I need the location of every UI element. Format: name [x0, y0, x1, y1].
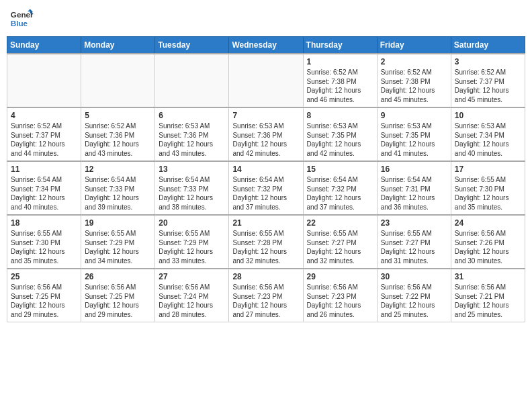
day-of-week-header: Wednesday — [229, 37, 303, 54]
day-number: 21 — [232, 218, 299, 228]
calendar-cell: 22Sunrise: 6:55 AM Sunset: 7:27 PM Dayli… — [303, 215, 377, 269]
day-of-week-header: Tuesday — [155, 37, 229, 54]
day-number: 14 — [232, 165, 299, 174]
day-number: 10 — [455, 111, 521, 120]
calendar-cell: 7Sunrise: 6:53 AM Sunset: 7:36 PM Daylig… — [229, 107, 303, 161]
day-info: Sunrise: 6:56 AM Sunset: 7:25 PM Dayligh… — [85, 283, 151, 319]
logo: General Blue — [9, 7, 34, 31]
calendar-cell: 10Sunrise: 6:53 AM Sunset: 7:34 PM Dayli… — [451, 107, 525, 161]
day-number: 12 — [85, 165, 151, 174]
calendar-cell: 12Sunrise: 6:54 AM Sunset: 7:33 PM Dayli… — [81, 161, 155, 215]
day-info: Sunrise: 6:55 AM Sunset: 7:27 PM Dayligh… — [307, 229, 373, 265]
day-number: 22 — [307, 218, 373, 228]
day-number: 4 — [11, 111, 77, 120]
calendar-cell — [155, 54, 229, 107]
day-of-week-header: Saturday — [451, 37, 525, 54]
calendar-cell: 31Sunrise: 6:56 AM Sunset: 7:21 PM Dayli… — [451, 269, 525, 322]
day-info: Sunrise: 6:53 AM Sunset: 7:36 PM Dayligh… — [232, 122, 299, 158]
calendar-cell: 16Sunrise: 6:54 AM Sunset: 7:31 PM Dayli… — [377, 161, 451, 215]
day-number: 17 — [455, 165, 521, 174]
day-info: Sunrise: 6:54 AM Sunset: 7:34 PM Dayligh… — [11, 175, 77, 212]
day-info: Sunrise: 6:55 AM Sunset: 7:29 PM Dayligh… — [85, 229, 151, 265]
day-info: Sunrise: 6:52 AM Sunset: 7:36 PM Dayligh… — [85, 122, 151, 158]
calendar-cell: 9Sunrise: 6:53 AM Sunset: 7:35 PM Daylig… — [377, 107, 451, 161]
day-info: Sunrise: 6:54 AM Sunset: 7:33 PM Dayligh… — [159, 175, 225, 212]
calendar-cell — [7, 54, 81, 107]
day-number: 28 — [232, 272, 299, 281]
day-number: 18 — [11, 218, 77, 228]
day-number: 24 — [455, 218, 521, 228]
day-number: 31 — [455, 272, 521, 281]
day-info: Sunrise: 6:56 AM Sunset: 7:26 PM Dayligh… — [455, 229, 521, 265]
calendar-cell: 24Sunrise: 6:56 AM Sunset: 7:26 PM Dayli… — [451, 215, 525, 269]
calendar-cell: 2Sunrise: 6:52 AM Sunset: 7:38 PM Daylig… — [377, 54, 451, 107]
calendar-cell: 27Sunrise: 6:56 AM Sunset: 7:24 PM Dayli… — [155, 269, 229, 322]
day-number: 19 — [85, 218, 151, 228]
week-row: 11Sunrise: 6:54 AM Sunset: 7:34 PM Dayli… — [7, 161, 525, 215]
day-number: 11 — [11, 165, 77, 174]
day-of-week-header: Friday — [377, 37, 451, 54]
day-info: Sunrise: 6:55 AM Sunset: 7:30 PM Dayligh… — [455, 175, 521, 212]
calendar-cell: 26Sunrise: 6:56 AM Sunset: 7:25 PM Dayli… — [81, 269, 155, 322]
calendar-cell: 11Sunrise: 6:54 AM Sunset: 7:34 PM Dayli… — [7, 161, 81, 215]
day-number: 13 — [159, 165, 225, 174]
calendar-cell: 4Sunrise: 6:52 AM Sunset: 7:37 PM Daylig… — [7, 107, 81, 161]
day-info: Sunrise: 6:54 AM Sunset: 7:31 PM Dayligh… — [381, 175, 447, 212]
calendar-cell — [81, 54, 155, 107]
day-number: 20 — [159, 218, 225, 228]
calendar-cell: 29Sunrise: 6:56 AM Sunset: 7:23 PM Dayli… — [303, 269, 377, 322]
day-info: Sunrise: 6:53 AM Sunset: 7:34 PM Dayligh… — [455, 122, 521, 158]
day-info: Sunrise: 6:53 AM Sunset: 7:35 PM Dayligh… — [381, 122, 447, 158]
calendar-cell: 6Sunrise: 6:53 AM Sunset: 7:36 PM Daylig… — [155, 107, 229, 161]
page-header: General Blue — [7, 7, 525, 31]
day-info: Sunrise: 6:53 AM Sunset: 7:36 PM Dayligh… — [159, 122, 225, 158]
day-info: Sunrise: 6:55 AM Sunset: 7:27 PM Dayligh… — [381, 229, 447, 265]
day-number: 5 — [85, 111, 151, 120]
calendar-cell: 21Sunrise: 6:55 AM Sunset: 7:28 PM Dayli… — [229, 215, 303, 269]
day-number: 29 — [307, 272, 373, 281]
week-row: 4Sunrise: 6:52 AM Sunset: 7:37 PM Daylig… — [7, 107, 525, 161]
day-info: Sunrise: 6:55 AM Sunset: 7:28 PM Dayligh… — [232, 229, 299, 265]
calendar-cell — [229, 54, 303, 107]
day-info: Sunrise: 6:56 AM Sunset: 7:22 PM Dayligh… — [381, 283, 447, 319]
day-info: Sunrise: 6:53 AM Sunset: 7:35 PM Dayligh… — [307, 122, 373, 158]
day-number: 15 — [307, 165, 373, 174]
calendar-cell: 5Sunrise: 6:52 AM Sunset: 7:36 PM Daylig… — [81, 107, 155, 161]
calendar-cell: 3Sunrise: 6:52 AM Sunset: 7:37 PM Daylig… — [451, 54, 525, 107]
day-info: Sunrise: 6:56 AM Sunset: 7:23 PM Dayligh… — [307, 283, 373, 319]
day-number: 30 — [381, 272, 447, 281]
day-number: 25 — [11, 272, 77, 281]
calendar-table: SundayMondayTuesdayWednesdayThursdayFrid… — [7, 36, 525, 322]
day-number: 7 — [232, 111, 299, 120]
day-number: 27 — [159, 272, 225, 281]
day-number: 26 — [85, 272, 151, 281]
day-header-row: SundayMondayTuesdayWednesdayThursdayFrid… — [7, 37, 525, 54]
day-info: Sunrise: 6:52 AM Sunset: 7:38 PM Dayligh… — [381, 68, 447, 104]
calendar-cell: 25Sunrise: 6:56 AM Sunset: 7:25 PM Dayli… — [7, 269, 81, 322]
day-number: 23 — [381, 218, 447, 228]
day-info: Sunrise: 6:54 AM Sunset: 7:33 PM Dayligh… — [85, 175, 151, 212]
day-of-week-header: Sunday — [7, 37, 81, 54]
day-info: Sunrise: 6:55 AM Sunset: 7:29 PM Dayligh… — [159, 229, 225, 265]
calendar-cell: 8Sunrise: 6:53 AM Sunset: 7:35 PM Daylig… — [303, 107, 377, 161]
week-row: 1Sunrise: 6:52 AM Sunset: 7:38 PM Daylig… — [7, 54, 525, 107]
day-info: Sunrise: 6:56 AM Sunset: 7:25 PM Dayligh… — [11, 283, 77, 319]
day-number: 6 — [159, 111, 225, 120]
day-number: 2 — [381, 57, 447, 66]
day-info: Sunrise: 6:56 AM Sunset: 7:23 PM Dayligh… — [232, 283, 299, 319]
calendar-cell: 30Sunrise: 6:56 AM Sunset: 7:22 PM Dayli… — [377, 269, 451, 322]
day-info: Sunrise: 6:55 AM Sunset: 7:30 PM Dayligh… — [11, 229, 77, 265]
day-number: 1 — [307, 57, 373, 66]
day-info: Sunrise: 6:52 AM Sunset: 7:37 PM Dayligh… — [11, 122, 77, 158]
calendar-cell: 20Sunrise: 6:55 AM Sunset: 7:29 PM Dayli… — [155, 215, 229, 269]
logo-icon: General Blue — [9, 7, 34, 31]
calendar-cell: 13Sunrise: 6:54 AM Sunset: 7:33 PM Dayli… — [155, 161, 229, 215]
day-info: Sunrise: 6:56 AM Sunset: 7:24 PM Dayligh… — [159, 283, 225, 319]
day-of-week-header: Monday — [81, 37, 155, 54]
day-number: 16 — [381, 165, 447, 174]
calendar-cell: 17Sunrise: 6:55 AM Sunset: 7:30 PM Dayli… — [451, 161, 525, 215]
day-info: Sunrise: 6:56 AM Sunset: 7:21 PM Dayligh… — [455, 283, 521, 319]
day-info: Sunrise: 6:52 AM Sunset: 7:38 PM Dayligh… — [307, 68, 373, 104]
day-of-week-header: Thursday — [303, 37, 377, 54]
day-number: 9 — [381, 111, 447, 120]
